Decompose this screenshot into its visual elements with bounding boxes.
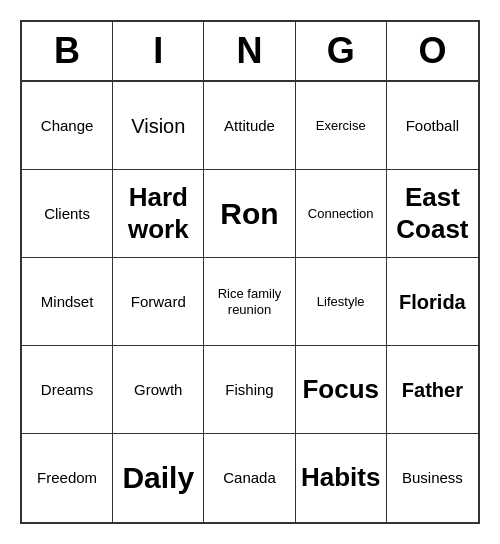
cell-text: East Coast (391, 182, 474, 244)
bingo-cell: Hard work (113, 170, 204, 258)
cell-text: Ron (220, 196, 278, 232)
header-letter: G (296, 22, 387, 80)
bingo-card: BINGO ChangeVisionAttitudeExerciseFootba… (20, 20, 480, 524)
bingo-header: BINGO (22, 22, 478, 82)
bingo-cell: Fishing (204, 346, 295, 434)
bingo-cell: Habits (296, 434, 387, 522)
bingo-cell: Football (387, 82, 478, 170)
cell-text: Mindset (41, 293, 94, 311)
bingo-cell: Connection (296, 170, 387, 258)
cell-text: Forward (131, 293, 186, 311)
bingo-cell: Attitude (204, 82, 295, 170)
header-letter: B (22, 22, 113, 80)
bingo-grid: ChangeVisionAttitudeExerciseFootballClie… (22, 82, 478, 522)
bingo-cell: Lifestyle (296, 258, 387, 346)
cell-text: Clients (44, 205, 90, 223)
bingo-cell: East Coast (387, 170, 478, 258)
cell-text: Fishing (225, 381, 273, 399)
bingo-cell: Canada (204, 434, 295, 522)
cell-text: Attitude (224, 117, 275, 135)
bingo-cell: Focus (296, 346, 387, 434)
cell-text: Exercise (316, 118, 366, 134)
bingo-cell: Florida (387, 258, 478, 346)
bingo-cell: Ron (204, 170, 295, 258)
bingo-cell: Business (387, 434, 478, 522)
bingo-cell: Forward (113, 258, 204, 346)
cell-text: Dreams (41, 381, 94, 399)
bingo-cell: Exercise (296, 82, 387, 170)
cell-text: Growth (134, 381, 182, 399)
cell-text: Focus (302, 374, 379, 405)
bingo-cell: Dreams (22, 346, 113, 434)
bingo-cell: Growth (113, 346, 204, 434)
cell-text: Habits (301, 462, 380, 493)
cell-text: Canada (223, 469, 276, 487)
cell-text: Father (402, 378, 463, 402)
bingo-cell: Freedom (22, 434, 113, 522)
cell-text: Business (402, 469, 463, 487)
bingo-cell: Mindset (22, 258, 113, 346)
cell-text: Lifestyle (317, 294, 365, 310)
cell-text: Freedom (37, 469, 97, 487)
header-letter: I (113, 22, 204, 80)
bingo-cell: Daily (113, 434, 204, 522)
cell-text: Daily (122, 460, 194, 496)
header-letter: O (387, 22, 478, 80)
bingo-cell: Father (387, 346, 478, 434)
cell-text: Change (41, 117, 94, 135)
cell-text: Hard work (117, 182, 199, 244)
cell-text: Football (406, 117, 459, 135)
bingo-cell: Rice family reunion (204, 258, 295, 346)
header-letter: N (204, 22, 295, 80)
cell-text: Florida (399, 290, 466, 314)
bingo-cell: Vision (113, 82, 204, 170)
cell-text: Rice family reunion (208, 286, 290, 317)
bingo-cell: Clients (22, 170, 113, 258)
cell-text: Connection (308, 206, 374, 222)
bingo-cell: Change (22, 82, 113, 170)
cell-text: Vision (131, 114, 185, 138)
